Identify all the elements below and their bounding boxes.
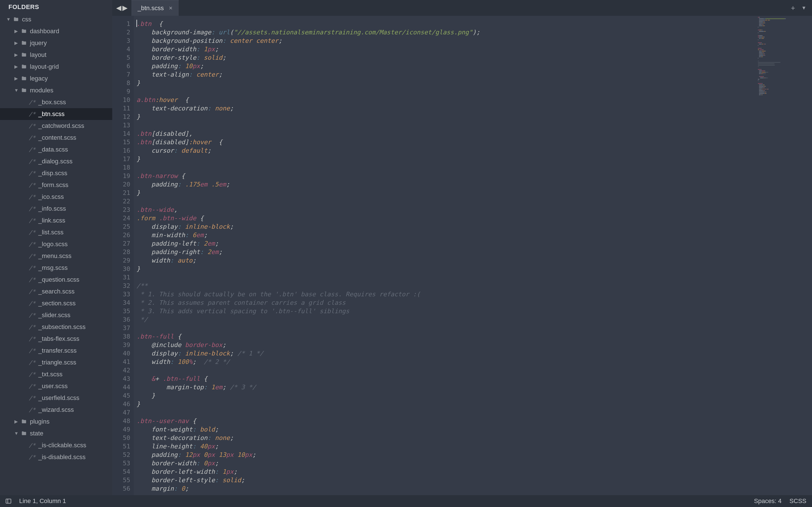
- file-row-_subsection.scss[interactable]: /*_subsection.scss: [0, 321, 112, 333]
- file-row-_user.scss[interactable]: /*_user.scss: [0, 380, 112, 392]
- folder-label: legacy: [30, 73, 48, 84]
- file-row-_section.scss[interactable]: /*_section.scss: [0, 297, 112, 309]
- file-row-_txt.scss[interactable]: /*_txt.scss: [0, 369, 112, 380]
- file-row-_msg.scss[interactable]: /*_msg.scss: [0, 262, 112, 274]
- file-row-_search.scss[interactable]: /*_search.scss: [0, 286, 112, 297]
- file-type-icon: /*: [29, 369, 36, 380]
- file-type-icon: /*: [29, 167, 36, 179]
- folder-label: css: [22, 13, 31, 25]
- history-back-icon[interactable]: ◀: [116, 4, 121, 12]
- folder-icon: [13, 17, 19, 22]
- file-row-_slider.scss[interactable]: /*_slider.scss: [0, 309, 112, 321]
- file-row-_is-disabled.scss[interactable]: /*_is-disabled.scss: [0, 451, 112, 463]
- file-type-icon: /*: [29, 321, 36, 333]
- disclosure-triangle-icon[interactable]: ▶: [14, 25, 18, 37]
- file-row-_triangle.scss[interactable]: /*_triangle.scss: [0, 356, 112, 369]
- folder-icon: [21, 52, 27, 58]
- file-row-_dialog.scss[interactable]: /*_dialog.scss: [0, 156, 112, 167]
- syntax-setting[interactable]: SCSS: [790, 497, 806, 505]
- disclosure-triangle-icon[interactable]: ▼: [14, 428, 18, 439]
- disclosure-triangle-icon[interactable]: ▶: [14, 73, 18, 84]
- file-row-_info.scss[interactable]: /*_info.scss: [0, 203, 112, 215]
- cursor-position[interactable]: Line 1, Column 1: [19, 497, 66, 505]
- file-row-_list.scss[interactable]: /*_list.scss: [0, 226, 112, 238]
- folder-label: layout: [30, 49, 47, 61]
- folder-icon: [21, 76, 27, 81]
- file-row-_userfield.scss[interactable]: /*_userfield.scss: [0, 392, 112, 404]
- file-label: _transfer.scss: [38, 345, 77, 356]
- folder-row-state[interactable]: ▼state: [0, 428, 112, 439]
- folder-row-layout[interactable]: ▶layout: [0, 49, 112, 61]
- file-type-icon: /*: [29, 132, 36, 144]
- file-row-_content.scss[interactable]: /*_content.scss: [0, 132, 112, 144]
- new-tab-icon[interactable]: +: [791, 4, 795, 12]
- disclosure-triangle-icon[interactable]: ▶: [14, 61, 18, 73]
- file-type-icon: /*: [29, 451, 36, 463]
- disclosure-triangle-icon[interactable]: ▶: [14, 416, 18, 428]
- file-type-icon: /*: [29, 356, 36, 369]
- file-label: _form.scss: [38, 179, 68, 191]
- folder-label: modules: [30, 84, 53, 96]
- file-row-_link.scss[interactable]: /*_link.scss: [0, 215, 112, 226]
- disclosure-triangle-icon[interactable]: ▼: [6, 13, 10, 25]
- file-row-_transfer.scss[interactable]: /*_transfer.scss: [0, 345, 112, 356]
- tab-bar: ◀ ▶ _btn.scss × + ▼: [112, 0, 812, 16]
- file-row-_box.scss[interactable]: /*_box.scss: [0, 96, 112, 108]
- file-type-icon: /*: [29, 309, 36, 321]
- file-row-_btn.scss[interactable]: /*_btn.scss: [0, 108, 112, 120]
- file-type-icon: /*: [29, 238, 36, 250]
- panel-switcher-icon[interactable]: [6, 498, 11, 504]
- file-label: _slider.scss: [38, 309, 70, 321]
- file-type-icon: /*: [29, 203, 36, 215]
- file-row-_ico.scss[interactable]: /*_ico.scss: [0, 191, 112, 203]
- file-row-_menu.scss[interactable]: /*_menu.scss: [0, 250, 112, 262]
- folder-row-css[interactable]: ▼css: [0, 13, 112, 25]
- folder-label: jquery: [30, 37, 47, 49]
- folder-row-layout-grid[interactable]: ▶layout-grid: [0, 61, 112, 73]
- tab-menu-icon[interactable]: ▼: [801, 5, 806, 11]
- file-type-icon: /*: [29, 96, 36, 108]
- file-row-_wizard.scss[interactable]: /*_wizard.scss: [0, 404, 112, 416]
- disclosure-triangle-icon[interactable]: ▶: [14, 37, 18, 49]
- file-label: _menu.scss: [38, 250, 71, 262]
- history-forward-icon[interactable]: ▶: [122, 4, 128, 12]
- folder-row-legacy[interactable]: ▶legacy: [0, 73, 112, 84]
- file-row-_catchword.scss[interactable]: /*_catchword.scss: [0, 120, 112, 132]
- status-bar: Line 1, Column 1 Spaces: 4 SCSS: [0, 495, 812, 507]
- file-row-_question.scss[interactable]: /*_question.scss: [0, 274, 112, 286]
- file-label: _btn.scss: [38, 108, 64, 120]
- folder-row-jquery[interactable]: ▶jquery: [0, 37, 112, 49]
- file-type-icon: /*: [29, 179, 36, 191]
- file-row-_logo.scss[interactable]: /*_logo.scss: [0, 238, 112, 250]
- file-row-_tabs-flex.scss[interactable]: /*_tabs-flex.scss: [0, 333, 112, 345]
- folder-row-plugins[interactable]: ▶plugins: [0, 416, 112, 428]
- file-label: _txt.scss: [38, 369, 63, 380]
- file-type-icon: /*: [29, 333, 36, 345]
- close-icon[interactable]: ×: [169, 4, 172, 12]
- file-label: _triangle.scss: [38, 356, 77, 369]
- minimap[interactable]: [757, 17, 810, 113]
- tab-btn-scss[interactable]: _btn.scss ×: [132, 0, 179, 16]
- file-row-_is-clickable.scss[interactable]: /*_is-clickable.scss: [0, 439, 112, 451]
- file-label: _link.scss: [38, 215, 65, 226]
- disclosure-triangle-icon[interactable]: ▼: [14, 84, 18, 96]
- folder-row-dashboard[interactable]: ▶dashboard: [0, 25, 112, 37]
- file-row-_disp.scss[interactable]: /*_disp.scss: [0, 167, 112, 179]
- file-label: _disp.scss: [38, 167, 67, 179]
- folder-label: dashboard: [30, 25, 59, 37]
- code-area[interactable]: .btn { background-image: url("//assets.n…: [134, 16, 812, 495]
- folder-row-modules[interactable]: ▼modules: [0, 84, 112, 96]
- svg-rect-0: [6, 499, 11, 503]
- file-row-_data.scss[interactable]: /*_data.scss: [0, 144, 112, 156]
- text-cursor: [137, 20, 137, 27]
- file-label: _user.scss: [38, 380, 68, 392]
- folder-icon: [21, 88, 27, 93]
- file-tree[interactable]: ▼css▶dashboard▶jquery▶layout▶layout-grid…: [0, 13, 112, 495]
- indent-setting[interactable]: Spaces: 4: [754, 497, 781, 505]
- file-type-icon: /*: [29, 297, 36, 309]
- disclosure-triangle-icon[interactable]: ▶: [14, 49, 18, 61]
- file-type-icon: /*: [29, 120, 36, 132]
- line-gutter[interactable]: 1234567891011121314151617181920212223242…: [112, 16, 134, 495]
- file-row-_form.scss[interactable]: /*_form.scss: [0, 179, 112, 191]
- file-label: _content.scss: [38, 132, 77, 144]
